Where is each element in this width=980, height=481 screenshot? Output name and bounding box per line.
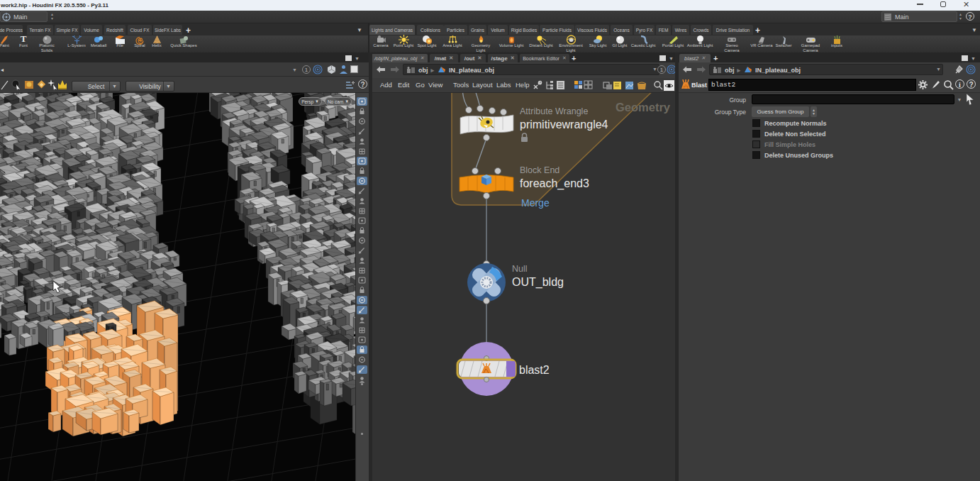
- svg-text:primitivewrangle4: primitivewrangle4: [520, 118, 608, 131]
- svg-text:Attribute Wrangle: Attribute Wrangle: [520, 106, 588, 116]
- svg-text:OUT_bldg: OUT_bldg: [512, 276, 564, 289]
- svg-text:foreach_end3: foreach_end3: [520, 177, 589, 190]
- svg-text:Geometry: Geometry: [616, 101, 671, 114]
- svg-text:blast2: blast2: [519, 364, 550, 376]
- svg-text:Merge: Merge: [521, 197, 550, 209]
- svg-text:Block End: Block End: [520, 165, 559, 175]
- svg-text:Null: Null: [512, 264, 528, 274]
